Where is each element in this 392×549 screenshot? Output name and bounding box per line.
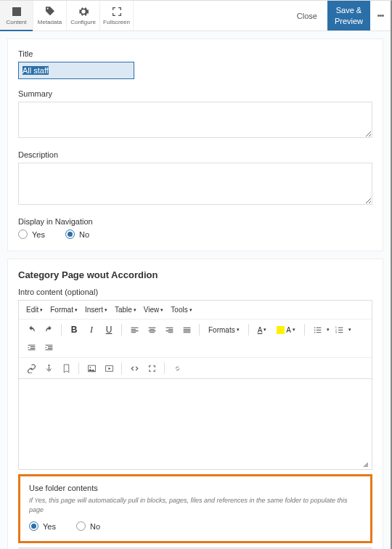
- menu-table[interactable]: Table▾: [112, 304, 139, 315]
- category-heading: Category Page wout Accordion: [8, 259, 383, 288]
- tab-label: Fullscreen: [103, 19, 130, 25]
- svg-point-1: [314, 329, 315, 330]
- align-center-button[interactable]: [144, 322, 160, 337]
- menu-format[interactable]: Format▾: [47, 304, 81, 315]
- number-list-button[interactable]: 123: [331, 322, 347, 337]
- align-center-icon: [147, 325, 157, 335]
- menu-insert[interactable]: Insert▾: [82, 304, 110, 315]
- undo-icon: [27, 325, 36, 335]
- gear-icon: [78, 6, 89, 17]
- bullet-list-button[interactable]: [309, 322, 325, 337]
- tab-label: Content: [6, 19, 26, 25]
- align-justify-button[interactable]: [179, 322, 195, 337]
- anchor-icon: [44, 364, 54, 373]
- list-ol-icon: 123: [335, 325, 344, 335]
- align-right-icon: [165, 325, 174, 335]
- tab-label: Configure: [70, 19, 96, 25]
- indent-button[interactable]: [41, 340, 57, 354]
- radio-icon: [65, 229, 75, 239]
- unlink-icon: [173, 364, 182, 373]
- indent-icon: [44, 343, 54, 352]
- redo-button[interactable]: [41, 322, 57, 337]
- code-button[interactable]: [126, 361, 142, 375]
- outdent-icon: [27, 343, 36, 352]
- list-ul-icon: [313, 325, 322, 335]
- use-folder-yes[interactable]: Yes: [29, 521, 56, 531]
- tab-content[interactable]: Content: [0, 1, 33, 30]
- svg-point-2: [314, 331, 315, 333]
- unlink-button[interactable]: [169, 361, 185, 375]
- tab-metadata[interactable]: Metadata: [33, 1, 67, 30]
- basic-panel: Title Summary Description Display in Nav…: [7, 38, 383, 251]
- bookmark-button[interactable]: [58, 361, 74, 375]
- topbar: Content Metadata Configure Fullscreen Cl…: [0, 1, 391, 31]
- category-panel: Category Page wout Accordion Intro conte…: [7, 259, 383, 549]
- display-nav-yes[interactable]: Yes: [18, 229, 45, 239]
- svg-point-7: [89, 367, 91, 368]
- anchor-button[interactable]: [41, 361, 57, 375]
- description-label: Description: [18, 150, 372, 159]
- tab-group: Content Metadata Configure Fullscreen: [0, 1, 134, 30]
- use-folder-hint: If Yes, this page will automatically pul…: [29, 496, 362, 514]
- code-icon: [130, 364, 139, 373]
- close-button[interactable]: Close: [287, 1, 327, 30]
- text-color-button[interactable]: A▾: [253, 325, 271, 336]
- use-folder-no[interactable]: No: [76, 521, 100, 531]
- italic-button[interactable]: I: [83, 322, 99, 337]
- fullscreen-editor-button[interactable]: [144, 361, 160, 375]
- menu-view[interactable]: View▾: [141, 304, 167, 315]
- svg-text:3: 3: [335, 330, 337, 333]
- color-swatch-icon: [277, 326, 285, 334]
- image-button[interactable]: [83, 361, 99, 375]
- tab-label: Metadata: [38, 19, 62, 25]
- radio-icon: [18, 229, 28, 239]
- bookmark-icon: [62, 364, 71, 373]
- align-left-icon: [130, 325, 139, 335]
- display-nav-no[interactable]: No: [65, 229, 89, 239]
- link-button[interactable]: [23, 361, 39, 375]
- expand-icon: [147, 364, 157, 373]
- image-icon: [87, 364, 97, 373]
- svg-point-0: [314, 327, 315, 328]
- underline-button[interactable]: U: [101, 322, 117, 337]
- intro-content-editor[interactable]: ◢: [18, 379, 372, 470]
- link-icon: [27, 364, 36, 373]
- summary-label: Summary: [18, 89, 372, 98]
- use-folder-label: Use folder contents: [29, 484, 362, 492]
- summary-input[interactable]: [18, 102, 372, 138]
- intro-content-label: Intro content (optional): [18, 288, 372, 296]
- bold-button[interactable]: B: [66, 322, 82, 337]
- display-nav-label: Display in Navigation: [18, 217, 372, 226]
- title-label: Title: [18, 49, 372, 58]
- radio-icon: [76, 521, 86, 531]
- tag-icon: [44, 6, 56, 17]
- redo-icon: [44, 325, 54, 335]
- use-folder-contents-section: Use folder contents If Yes, this page wi…: [18, 474, 372, 543]
- undo-button[interactable]: [23, 322, 39, 337]
- align-right-button[interactable]: [161, 322, 177, 337]
- align-justify-icon: [182, 325, 192, 335]
- wysiwyg-toolbar: Edit▾ Format▾ Insert▾ Table▾ View▾ Tools…: [18, 300, 372, 379]
- menu-edit[interactable]: Edit▾: [23, 304, 46, 315]
- radio-icon: [29, 521, 38, 531]
- form-scroll[interactable]: Title Summary Description Display in Nav…: [0, 31, 391, 549]
- more-menu-button[interactable]: [370, 1, 391, 30]
- tab-fullscreen[interactable]: Fullscreen: [100, 1, 134, 30]
- outdent-button[interactable]: [23, 340, 39, 354]
- align-left-button[interactable]: [126, 322, 142, 337]
- save-preview-button[interactable]: Save & Preview: [327, 1, 370, 30]
- fullscreen-icon: [111, 6, 123, 17]
- tab-configure[interactable]: Configure: [67, 1, 100, 30]
- formats-dropdown[interactable]: Formats▾: [204, 325, 244, 336]
- title-input[interactable]: [18, 62, 134, 79]
- content-icon: [11, 6, 23, 17]
- description-input[interactable]: [18, 163, 372, 205]
- media-button[interactable]: [101, 361, 117, 375]
- bg-color-button[interactable]: A▾: [272, 325, 300, 336]
- resize-handle-icon[interactable]: ◢: [363, 460, 370, 468]
- menu-tools[interactable]: Tools▾: [168, 304, 195, 315]
- media-icon: [105, 364, 114, 373]
